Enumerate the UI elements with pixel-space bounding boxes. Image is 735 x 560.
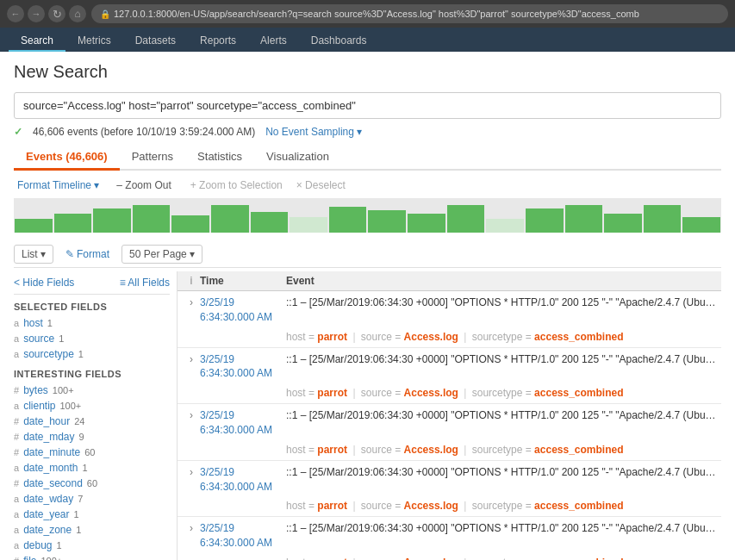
tab-events[interactable]: Events (46,606) (14, 145, 120, 171)
format-timeline-button[interactable]: Format Timeline ▾ (14, 177, 103, 193)
event-time[interactable]: 3/25/196:34:30.000 AM (200, 465, 286, 495)
results-toolbar: List ▾ ✎ Format 50 Per Page ▾ (14, 241, 721, 268)
no-sampling-dropdown[interactable]: No Event Sampling ▾ (265, 126, 362, 138)
nav-tab-metrics[interactable]: Metrics (65, 31, 123, 52)
field-type-clientip: a (14, 401, 19, 411)
field-count-date-minute: 60 (84, 447, 95, 457)
timeline-bar-6 (211, 205, 249, 233)
col-header-time: Time (200, 275, 286, 287)
field-date-minute[interactable]: # date_minute 60 (14, 445, 170, 460)
event-time[interactable]: 3/25/196:34:30.000 AM (200, 352, 286, 382)
forward-button[interactable]: → (28, 5, 45, 22)
field-date-zone[interactable]: a date_zone 1 (14, 522, 170, 538)
field-clientip[interactable]: a clientip 100+ (14, 398, 170, 414)
event-row-main: › 3/25/196:34:30.000 AM ::1 – [25/Mar/20… (178, 404, 721, 442)
meta-source-value[interactable]: Access.log (404, 331, 458, 343)
meta-source-value[interactable]: Access.log (404, 387, 458, 399)
event-text: ::1 – [25/Mar/2019:06:34:30 +0000] "OPTI… (286, 296, 716, 310)
field-date-second[interactable]: # date_second 60 (14, 476, 170, 491)
meta-host-value[interactable]: parrot (317, 387, 347, 399)
meta-source-value[interactable]: Access.log (404, 557, 458, 560)
field-name-source: source (23, 333, 54, 345)
field-bytes[interactable]: # bytes 100+ (14, 383, 170, 398)
page-title: New Search (14, 62, 721, 82)
event-time[interactable]: 3/25/196:34:30.000 AM (200, 296, 286, 325)
field-type-date-zone: a (14, 525, 19, 535)
nav-tab-reports[interactable]: Reports (188, 31, 248, 52)
field-type-date-second: # (14, 478, 19, 488)
col-header-i: i (183, 275, 200, 287)
field-date-month[interactable]: a date_month 1 (14, 460, 170, 476)
timeline-controls: Format Timeline ▾ – Zoom Out + Zoom to S… (14, 177, 721, 193)
col-header-event: Event (286, 275, 716, 287)
field-count-date-zone: 1 (76, 525, 81, 535)
field-name-bytes: bytes (23, 384, 48, 396)
meta-host-value[interactable]: parrot (317, 500, 347, 512)
meta-host-value[interactable]: parrot (317, 444, 347, 456)
hide-fields-button[interactable]: < Hide Fields (14, 277, 74, 289)
field-name-date-year: date_year (23, 508, 69, 520)
expand-row-button[interactable]: › (183, 465, 200, 478)
deselect-label: × Deselect (296, 179, 346, 191)
refresh-button[interactable]: ↻ (48, 5, 65, 22)
field-date-mday[interactable]: # date_mday 9 (14, 429, 170, 445)
tab-statistics[interactable]: Statistics (185, 145, 254, 171)
event-text: ::1 – [25/Mar/2019:06:34:30 +0000] "OPTI… (286, 521, 716, 536)
zoom-out-button[interactable]: – Zoom Out (111, 177, 176, 193)
nav-tab-alerts[interactable]: Alerts (248, 31, 299, 52)
field-type-date-wday: a (14, 494, 19, 504)
field-source[interactable]: a source 1 (14, 331, 170, 346)
event-row-main: › 3/25/196:34:30.000 AM ::1 – [25/Mar/20… (178, 517, 721, 555)
per-page-button[interactable]: 50 Per Page ▾ (121, 245, 202, 264)
field-count-bytes: 100+ (53, 385, 74, 395)
expand-row-button[interactable]: › (183, 408, 200, 421)
meta-host-value[interactable]: parrot (317, 557, 347, 560)
meta-host-value[interactable]: parrot (317, 331, 347, 343)
meta-sourcetype-value[interactable]: access_combined (534, 387, 623, 399)
meta-sourcetype-value[interactable]: access_combined (534, 331, 623, 343)
field-date-hour[interactable]: # date_hour 24 (14, 414, 170, 429)
search-input[interactable] (14, 92, 721, 119)
field-file[interactable]: # file 100+ (14, 553, 170, 560)
field-date-year[interactable]: a date_year 1 (14, 507, 170, 522)
field-name-date-minute: date_minute (23, 446, 80, 458)
expand-row-button[interactable]: › (183, 352, 200, 365)
format-button[interactable]: ✎ Format (60, 246, 115, 263)
expand-row-button[interactable]: › (183, 521, 200, 534)
nav-tab-search[interactable]: Search (9, 31, 65, 52)
back-button[interactable]: ← (7, 5, 24, 22)
tab-patterns[interactable]: Patterns (120, 145, 185, 171)
expand-row-button[interactable]: › (183, 296, 200, 308)
per-page-label: 50 Per Page ▾ (129, 248, 195, 260)
event-time[interactable]: 3/25/196:34:30.000 AM (200, 408, 286, 438)
field-sourcetype[interactable]: a sourcetype 1 (14, 346, 170, 362)
address-bar[interactable]: 🔒 127.0.0.1:8000/en-US/app/search/search… (91, 4, 728, 23)
all-fields-button[interactable]: ≡ All Fields (120, 277, 170, 289)
list-view-button[interactable]: List ▾ (14, 245, 53, 264)
timeline-chart[interactable] (14, 198, 721, 233)
event-time[interactable]: 3/25/196:34:30.000 AM (200, 521, 286, 551)
tab-visualization[interactable]: Visualization (254, 145, 341, 171)
nav-tab-datasets[interactable]: Datasets (123, 31, 188, 52)
meta-sourcetype-value[interactable]: access_combined (534, 500, 623, 512)
field-name-debug: debug (23, 539, 52, 551)
meta-source-value[interactable]: Access.log (404, 500, 458, 512)
meta-sourcetype-value[interactable]: access_combined (534, 557, 623, 560)
field-host[interactable]: a host 1 (14, 315, 170, 331)
events-summary: ✓ 46,606 events (before 10/10/19 3:59:24… (14, 126, 721, 138)
meta-sourcetype-value[interactable]: access_combined (534, 444, 623, 456)
field-name-sourcetype: sourcetype (23, 348, 74, 360)
home-button[interactable]: ⌂ (69, 5, 86, 22)
timeline-bar-9 (329, 207, 367, 233)
meta-source-value[interactable]: Access.log (404, 444, 458, 456)
field-debug[interactable]: a debug 1 (14, 538, 170, 553)
field-count-source: 1 (59, 333, 64, 344)
field-count-sourcetype: 1 (78, 349, 84, 359)
timeline-bar-8 (290, 217, 327, 233)
field-count-file: 100+ (40, 556, 62, 560)
field-name-date-second: date_second (23, 477, 83, 489)
zoom-out-label: – Zoom Out (116, 179, 171, 191)
selected-fields-title: SELECTED FIELDS (14, 302, 170, 312)
field-date-wday[interactable]: a date_wday 7 (14, 491, 170, 507)
nav-tab-dashboards[interactable]: Dashboards (299, 31, 379, 52)
